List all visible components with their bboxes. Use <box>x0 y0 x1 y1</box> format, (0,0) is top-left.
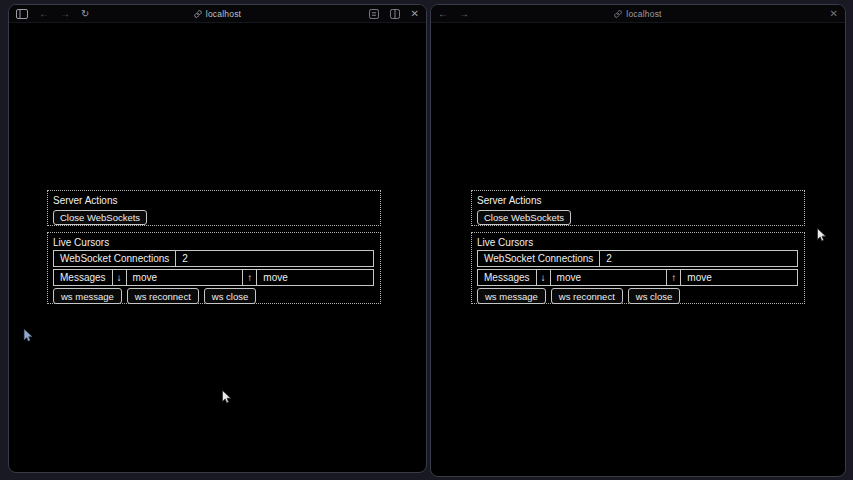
forward-icon[interactable]: → <box>459 8 469 20</box>
forward-icon[interactable]: → <box>60 8 70 20</box>
connections-row: WebSocket Connections 2 <box>477 250 798 267</box>
page-content: Server Actions Close WebSockets Live Cur… <box>431 24 845 476</box>
section-legend: Live Cursors <box>53 237 374 248</box>
ws-reconnect-button[interactable]: ws reconnect <box>127 288 199 304</box>
close-websockets-button[interactable]: Close WebSockets <box>53 210 147 225</box>
section-legend: Live Cursors <box>477 237 798 248</box>
messages-row: Messages ↓ move ↑ move <box>53 269 374 286</box>
address-display[interactable]: localhost <box>431 5 845 22</box>
live-cursors-section: Live Cursors WebSocket Connections 2 Mes… <box>471 232 805 304</box>
ws-message-button[interactable]: ws message <box>477 288 546 304</box>
link-icon <box>194 10 202 18</box>
titlebar-left-controls: ← → ↻ <box>16 8 89 20</box>
reader-mode-icon[interactable] <box>369 8 379 20</box>
close-icon[interactable]: ✕ <box>830 8 838 20</box>
sent-message-cell: move <box>680 269 798 286</box>
url-text: localhost <box>206 9 241 19</box>
connections-label-cell: WebSocket Connections <box>53 250 176 267</box>
sidebar-toggle-icon[interactable] <box>16 8 28 20</box>
messages-label-cell: Messages <box>477 269 537 286</box>
ws-message-button[interactable]: ws message <box>53 288 122 304</box>
url-text: localhost <box>626 9 661 19</box>
split-view-icon[interactable] <box>390 8 400 20</box>
page-content: Server Actions Close WebSockets Live Cur… <box>9 24 426 472</box>
close-websockets-button[interactable]: Close WebSockets <box>477 210 571 225</box>
link-icon <box>614 10 622 18</box>
connections-row: WebSocket Connections 2 <box>53 250 374 267</box>
reload-icon[interactable]: ↻ <box>81 8 89 20</box>
server-actions-section: Server Actions Close WebSockets <box>471 190 805 226</box>
ws-close-button[interactable]: ws close <box>628 288 680 304</box>
section-legend: Server Actions <box>53 195 374 206</box>
ws-reconnect-button[interactable]: ws reconnect <box>551 288 623 304</box>
sent-arrow-icon: ↑ <box>242 269 257 286</box>
received-message-cell: move <box>126 269 244 286</box>
received-arrow-icon: ↓ <box>112 269 127 286</box>
messages-label-cell: Messages <box>53 269 113 286</box>
messages-row: Messages ↓ move ↑ move <box>477 269 798 286</box>
connections-value-cell: 2 <box>599 250 798 267</box>
section-legend: Server Actions <box>477 195 798 206</box>
back-icon[interactable]: ← <box>438 8 448 20</box>
titlebar-left-controls: ← → <box>438 8 469 20</box>
received-arrow-icon: ↓ <box>536 269 551 286</box>
titlebar-right-controls: ✕ <box>830 8 838 20</box>
received-message-cell: move <box>550 269 668 286</box>
connections-label-cell: WebSocket Connections <box>477 250 600 267</box>
titlebar: ← → ↻ localhost <box>9 5 426 23</box>
live-cursors-section: Live Cursors WebSocket Connections 2 Mes… <box>47 232 381 304</box>
sent-arrow-icon: ↑ <box>666 269 681 286</box>
close-icon[interactable]: ✕ <box>411 8 419 20</box>
titlebar: ← → localhost ✕ <box>431 5 845 23</box>
browser-window-right: ← → localhost ✕ Server Actions Close Web… <box>430 4 846 477</box>
connections-value-cell: 2 <box>175 250 374 267</box>
ws-buttons-row: ws message ws reconnect ws close <box>53 288 374 304</box>
titlebar-right-controls: ✕ <box>369 8 419 20</box>
server-actions-section: Server Actions Close WebSockets <box>47 190 381 226</box>
back-icon[interactable]: ← <box>39 8 49 20</box>
sent-message-cell: move <box>256 269 374 286</box>
ws-buttons-row: ws message ws reconnect ws close <box>477 288 798 304</box>
ws-close-button[interactable]: ws close <box>204 288 256 304</box>
browser-window-left: ← → ↻ localhost <box>8 4 427 473</box>
